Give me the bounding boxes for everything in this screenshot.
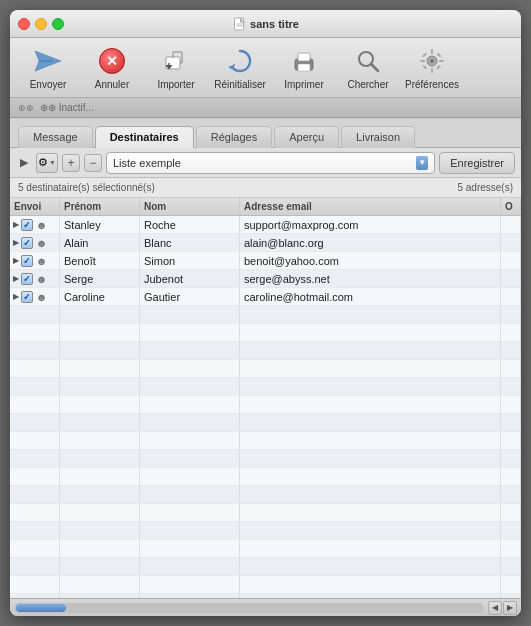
- email-cell: serge@abyss.net: [240, 270, 501, 287]
- row-checkbox[interactable]: ✓: [21, 237, 33, 249]
- row-expand-icon[interactable]: ▶: [13, 292, 19, 301]
- plus-icon: +: [67, 156, 74, 170]
- preferences-button[interactable]: Préférences: [402, 42, 462, 94]
- close-button[interactable]: [18, 18, 30, 30]
- envoi-cell: ▶ ✓ ☻: [10, 234, 60, 251]
- tab-livraison[interactable]: Livraison: [341, 126, 415, 148]
- empty-cell: [10, 306, 60, 323]
- other-cell: [501, 234, 521, 251]
- table-row[interactable]: ▶ ✓ ☻ BenoîtSimonbenoit@yahoo.com: [10, 252, 521, 270]
- empty-cell: [240, 324, 501, 341]
- empty-cell: [140, 432, 240, 449]
- preferences-icon: [416, 45, 448, 77]
- prenom-cell: Stanley: [60, 216, 140, 233]
- table-row[interactable]: ▶ ✓ ☻ AlainBlancalain@blanc.org: [10, 234, 521, 252]
- checkmark-icon: ✓: [23, 274, 31, 284]
- maximize-button[interactable]: [52, 18, 64, 30]
- scroll-left-button[interactable]: ◀: [488, 601, 502, 615]
- table-row-empty: [10, 378, 521, 396]
- svg-rect-20: [437, 53, 442, 58]
- empty-cell: [10, 342, 60, 359]
- empty-cell: [60, 522, 140, 539]
- empty-cell: [140, 558, 240, 575]
- empty-cell: [10, 576, 60, 593]
- row-checkbox[interactable]: ✓: [21, 273, 33, 285]
- empty-cell: [240, 432, 501, 449]
- list-select-dropdown[interactable]: Liste exemple ▼: [106, 152, 435, 174]
- nom-cell: Roche: [140, 216, 240, 233]
- empty-cell: [140, 468, 240, 485]
- list-select-label: Liste exemple: [113, 157, 181, 169]
- envoyer-label: Envoyer: [30, 79, 67, 90]
- empty-cell: [240, 540, 501, 557]
- tab-apercu[interactable]: Aperçu: [274, 126, 339, 148]
- row-expand-icon[interactable]: ▶: [13, 220, 19, 229]
- scroll-right-button[interactable]: ▶: [503, 601, 517, 615]
- tab-destinataires[interactable]: Destinataires: [95, 126, 194, 148]
- row-expand-icon[interactable]: ▶: [13, 238, 19, 247]
- checkmark-icon: ✓: [23, 256, 31, 266]
- reinitialiser-label: Réinitialiser: [214, 79, 266, 90]
- empty-cell: [240, 360, 501, 377]
- empty-cell: [240, 504, 501, 521]
- empty-cell: [60, 378, 140, 395]
- prenom-cell: Alain: [60, 234, 140, 251]
- gear-button[interactable]: ⚙ ▼: [36, 153, 58, 173]
- horizontal-scrollbar-track[interactable]: [14, 603, 484, 613]
- document-icon: [232, 17, 246, 31]
- svg-line-12: [371, 64, 378, 71]
- contact-icon: ☻: [35, 236, 48, 249]
- empty-cell: [60, 396, 140, 413]
- empty-cell: [10, 468, 60, 485]
- table-row[interactable]: ▶ ✓ ☻ CarolineGautiercaroline@hotmail.co…: [10, 288, 521, 306]
- envoi-cell: ▶ ✓ ☻: [10, 252, 60, 269]
- play-button[interactable]: ▶: [16, 155, 32, 171]
- checkmark-icon: ✓: [23, 292, 31, 302]
- nom-cell: Jubenot: [140, 270, 240, 287]
- table-row[interactable]: ▶ ✓ ☻ SergeJubenotserge@abyss.net: [10, 270, 521, 288]
- row-checkbox[interactable]: ✓: [21, 255, 33, 267]
- empty-cell: [240, 468, 501, 485]
- imprimer-button[interactable]: Imprimer: [274, 42, 334, 94]
- minimize-button[interactable]: [35, 18, 47, 30]
- horizontal-scrollbar-thumb[interactable]: [16, 604, 66, 612]
- empty-cell: [501, 522, 521, 539]
- empty-cell: [60, 432, 140, 449]
- annuler-label: Annuler: [95, 79, 129, 90]
- remove-button[interactable]: −: [84, 154, 102, 172]
- reinitialiser-button[interactable]: Réinitialiser: [210, 42, 270, 94]
- annuler-button[interactable]: ✕ Annuler: [82, 42, 142, 94]
- empty-cell: [60, 540, 140, 557]
- empty-cell: [240, 396, 501, 413]
- tab-message[interactable]: Message: [18, 126, 93, 148]
- col-header-other: O: [501, 198, 521, 215]
- recipients-table: Envoi Prénom Nom Adresse email O ▶ ✓ ☻ S…: [10, 198, 521, 598]
- contact-icon: ☻: [35, 272, 48, 285]
- scroll-arrows: ◀ ▶: [488, 601, 517, 615]
- empty-cell: [60, 360, 140, 377]
- list-toolbar: ▶ ⚙ ▼ + − Liste exemple ▼ Enregistrer: [10, 148, 521, 178]
- save-button[interactable]: Enregistrer: [439, 152, 515, 174]
- minus-icon: −: [89, 156, 96, 170]
- empty-cell: [10, 522, 60, 539]
- empty-cell: [60, 306, 140, 323]
- table-row[interactable]: ▶ ✓ ☻ StanleyRochesupport@maxprog.com: [10, 216, 521, 234]
- table-row-empty: [10, 414, 521, 432]
- importer-button[interactable]: Importer: [146, 42, 206, 94]
- tab-reglages[interactable]: Réglages: [196, 126, 272, 148]
- empty-cell: [10, 360, 60, 377]
- empty-cell: [10, 432, 60, 449]
- empty-cell: [140, 396, 240, 413]
- table-row-empty: [10, 342, 521, 360]
- row-checkbox[interactable]: ✓: [21, 219, 33, 231]
- row-checkbox[interactable]: ✓: [21, 291, 33, 303]
- row-expand-icon[interactable]: ▶: [13, 274, 19, 283]
- table-row-empty: [10, 468, 521, 486]
- table-row-empty: [10, 396, 521, 414]
- empty-cell: [60, 468, 140, 485]
- print-icon: [288, 45, 320, 77]
- chercher-button[interactable]: Chercher: [338, 42, 398, 94]
- add-button[interactable]: +: [62, 154, 80, 172]
- row-expand-icon[interactable]: ▶: [13, 256, 19, 265]
- envoyer-button[interactable]: Envoyer: [18, 42, 78, 94]
